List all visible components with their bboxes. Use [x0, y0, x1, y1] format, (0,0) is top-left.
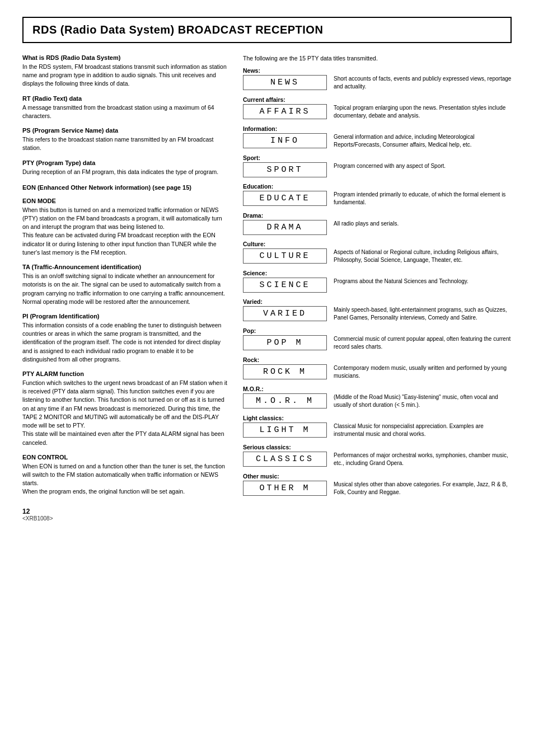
pty-description: Programs about the Natural Sciences and …	[334, 278, 512, 285]
section-pty-heading: PTY (Program Type) data	[22, 159, 229, 166]
section-ta-heading: TA (Traffic-Announcement identification)	[22, 264, 229, 270]
pty-description: Musical styles other than above categori…	[334, 481, 512, 496]
pty-display: LIGHT M	[243, 422, 327, 438]
pty-row: DRAMAAll radio plays and serials.	[243, 220, 512, 235]
pty-display: DRAMA	[243, 220, 327, 235]
pty-item-label: Science:	[243, 270, 512, 276]
pty-item: News:NEWSShort accounts of facts, events…	[243, 67, 512, 91]
pty-item-label: Pop:	[243, 327, 512, 334]
pty-item: Culture:CULTUREAspects of National or Re…	[243, 241, 512, 264]
pty-row: EDUCATEProgram intended primarily to edu…	[243, 191, 512, 206]
model-number: <XRB1008>	[22, 515, 229, 522]
pty-item-label: Current affairs:	[243, 96, 512, 103]
section-ps-text: This refers to the broadcast station nam…	[22, 135, 229, 152]
section-ps-heading: PS (Program Service Name) data	[22, 127, 229, 134]
pty-display: NEWS	[243, 75, 327, 90]
pty-item-label: M.O.R.:	[243, 386, 512, 392]
pty-display: CLASSICS	[243, 452, 327, 467]
pty-description: Contemporary modern music, usually writt…	[334, 364, 512, 380]
pty-description: Program intended primarily to educate, o…	[334, 191, 512, 206]
pty-item-label: Light classics:	[243, 415, 512, 421]
pty-item: Serious classics:CLASSICSPerformances of…	[243, 444, 512, 467]
pty-row: INFOGeneral information and advice, incl…	[243, 133, 512, 149]
pty-item: Information:INFOGeneral information and …	[243, 125, 512, 149]
pty-row: ROCK MContemporary modern music, usually…	[243, 364, 512, 380]
pty-description: Program concerned with any aspect of Spo…	[334, 162, 512, 170]
section-pty-text: During reception of an FM program, this …	[22, 168, 229, 176]
pty-item-label: News:	[243, 67, 512, 74]
pty-item-label: Information:	[243, 125, 512, 132]
section-rt-text: A message transmitted from the broadcast…	[22, 104, 229, 120]
pty-display: M.O.R. M	[243, 393, 327, 408]
pty-item-label: Sport:	[243, 154, 512, 161]
page-title: RDS (Radio Data System) BROADCAST RECEPT…	[32, 24, 502, 36]
pty-item-label: Other music:	[243, 473, 512, 480]
pty-display: OTHER M	[243, 481, 327, 496]
pty-item-label: Rock:	[243, 356, 512, 363]
pty-description: (Middle of the Road Music) "Easy-listeni…	[334, 393, 512, 409]
pty-row: CULTUREAspects of National or Regional c…	[243, 248, 512, 264]
section-rt-heading: RT (Radio Text) data	[22, 95, 229, 102]
pty-description: Short accounts of facts, events and publ…	[334, 75, 512, 91]
pty-description: All radio plays and serials.	[334, 220, 512, 228]
section-pi-text: This information consists of a code enab…	[22, 321, 229, 364]
pty-description: Classical Music for nonspecialist apprec…	[334, 422, 512, 438]
section-eon-control-text: When EON is turned on and a function oth…	[22, 462, 229, 496]
pty-description: Topical program enlarging upon the news.…	[334, 104, 512, 120]
pty-display: VARIED	[243, 306, 327, 321]
pty-item: Drama:DRAMAAll radio plays and serials.	[243, 212, 512, 235]
pty-description: Commercial music of current popular appe…	[334, 335, 512, 351]
pty-row: VARIEDMainly speech-based, light-enterta…	[243, 306, 512, 322]
section-eon-control-heading: EON CONTROL	[22, 454, 229, 461]
pty-row: SPORTProgram concerned with any aspect o…	[243, 162, 512, 177]
page-number: 12	[22, 508, 229, 515]
pty-item-label: Varied:	[243, 298, 512, 305]
pty-row: M.O.R. M(Middle of the Road Music) "Easy…	[243, 393, 512, 409]
pty-item: Light classics:LIGHT MClassical Music fo…	[243, 415, 512, 438]
pty-display: EDUCATE	[243, 191, 327, 206]
page-title-box: RDS (Radio Data System) BROADCAST RECEPT…	[22, 17, 512, 43]
pty-row: AFFAIRSTopical program enlarging upon th…	[243, 104, 512, 120]
pty-row: OTHER MMusical styles other than above c…	[243, 481, 512, 496]
pty-item-label: Education:	[243, 183, 512, 190]
pty-display: INFO	[243, 133, 327, 148]
section-eon-mode-heading: EON MODE	[22, 198, 229, 204]
pty-row: CLASSICSPerformances of major orchestral…	[243, 452, 512, 467]
pty-display: CULTURE	[243, 248, 327, 264]
pty-display: POP M	[243, 335, 327, 350]
pty-row: POP MCommercial music of current popular…	[243, 335, 512, 351]
section-eon-heading: EON (Enhanced Other Network information)…	[22, 184, 229, 191]
pty-item: Science:SCIENCEPrograms about the Natura…	[243, 270, 512, 293]
main-content: What is RDS (Radio Data System) In the R…	[22, 54, 512, 522]
pty-intro: The following are the 15 PTY data titles…	[243, 54, 512, 63]
pty-item-label: Serious classics:	[243, 444, 512, 450]
pty-row: SCIENCEPrograms about the Natural Scienc…	[243, 278, 512, 293]
pty-description: Performances of major orchestral works, …	[334, 452, 512, 467]
pty-item: Pop:POP MCommercial music of current pop…	[243, 327, 512, 351]
pty-description: General information and advice, includin…	[334, 133, 512, 149]
section-ta-text: This is an on/off switching signal to in…	[22, 272, 229, 306]
section-eon-mode-text: When this button is turned on and a memo…	[22, 206, 229, 257]
section-pty-alarm-heading: PTY ALARM function	[22, 370, 229, 377]
pty-display: SPORT	[243, 162, 327, 177]
pty-list: News:NEWSShort accounts of facts, events…	[243, 67, 512, 496]
pty-row: NEWSShort accounts of facts, events and …	[243, 75, 512, 91]
pty-display: AFFAIRS	[243, 104, 327, 119]
pty-item: Other music:OTHER MMusical styles other …	[243, 473, 512, 496]
pty-item-label: Culture:	[243, 241, 512, 247]
right-column: The following are the 15 PTY data titles…	[243, 54, 512, 522]
section-pty-alarm-text: Function which switches to the urgent ne…	[22, 379, 229, 447]
pty-item-label: Drama:	[243, 212, 512, 219]
pty-display: SCIENCE	[243, 278, 327, 293]
pty-display: ROCK M	[243, 364, 327, 379]
section-pi-heading: PI (Program Identification)	[22, 313, 229, 320]
pty-item: Varied:VARIEDMainly speech-based, light-…	[243, 298, 512, 322]
pty-item: Education:EDUCATEProgram intended primar…	[243, 183, 512, 206]
pty-item: Rock:ROCK MContemporary modern music, us…	[243, 356, 512, 380]
left-column: What is RDS (Radio Data System) In the R…	[22, 54, 229, 522]
pty-row: LIGHT MClassical Music for nonspecialist…	[243, 422, 512, 438]
pty-description: Aspects of National or Regional culture,…	[334, 248, 512, 264]
section-what-is-rds-heading: What is RDS (Radio Data System)	[22, 54, 229, 61]
section-what-is-rds-text: In the RDS system, FM broadcast stations…	[22, 63, 229, 88]
pty-item: M.O.R.:M.O.R. M(Middle of the Road Music…	[243, 386, 512, 409]
